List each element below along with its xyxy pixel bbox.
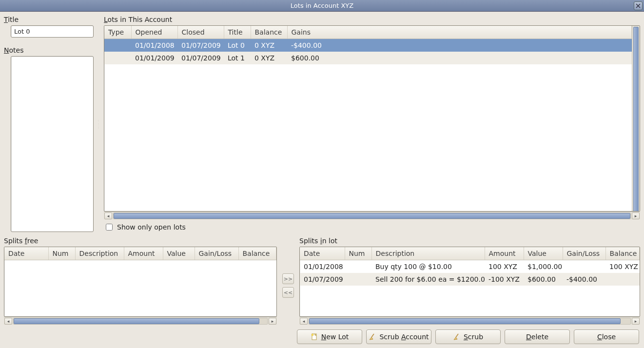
lots-label: Lots in This Account xyxy=(104,16,640,23)
svg-line-3 xyxy=(456,334,458,337)
lots-col-balance[interactable]: Balance xyxy=(251,26,287,39)
window-close-button[interactable] xyxy=(634,1,643,10)
window-title: Lots in Account XYZ xyxy=(291,2,353,9)
table-row[interactable]: 01/07/2009 Sell 200 for $6.00 ea = $1200… xyxy=(300,273,640,286)
scrub-account-button[interactable]: Scrub Account xyxy=(366,329,431,344)
svg-point-1 xyxy=(312,334,313,336)
table-row[interactable]: 01/01/2008 01/07/2009 Lot 0 0 XYZ -$400.… xyxy=(104,39,632,52)
splits-in-lot-col-desc[interactable]: Description xyxy=(371,247,485,260)
splits-in-lot-label: Splits in lot xyxy=(299,237,640,245)
scroll-left-arrow[interactable]: ◂ xyxy=(4,318,12,325)
splits-in-lot-col-num[interactable]: Num xyxy=(345,247,371,260)
scroll-right-arrow[interactable]: ▸ xyxy=(632,318,640,325)
splits-in-lot-col-date[interactable]: Date xyxy=(300,247,345,260)
broom-icon xyxy=(453,333,461,341)
close-button[interactable]: Close xyxy=(574,329,639,344)
scrub-button[interactable]: Scrub xyxy=(435,329,501,344)
titlebar: Lots in Account XYZ xyxy=(0,0,644,12)
show-only-open-checkbox[interactable] xyxy=(106,224,113,231)
scroll-left-arrow[interactable]: ◂ xyxy=(104,213,112,219)
table-row[interactable]: 01/01/2009 01/07/2009 Lot 1 0 XYZ $600.0… xyxy=(104,52,632,64)
splits-free-col-num[interactable]: Num xyxy=(48,247,75,260)
lots-col-closed[interactable]: Closed xyxy=(177,26,224,39)
splits-free-col-date[interactable]: Date xyxy=(4,247,48,260)
splits-free-col-balance[interactable]: Balance xyxy=(238,247,276,260)
splits-in-lot-col-value[interactable]: Value xyxy=(524,247,563,260)
splits-in-lot-col-gainloss[interactable]: Gain/Loss xyxy=(563,247,605,260)
new-lot-rest: ew Lot xyxy=(326,333,349,341)
splits-free-header-row: Date Num Description Amount Value Gain/L… xyxy=(4,247,276,260)
lots-header-row: Type Opened Closed Title Balance Gains xyxy=(104,26,632,39)
splits-in-lot-table[interactable]: Date Num Description Amount Value Gain/L… xyxy=(300,247,640,286)
scroll-left-arrow[interactable]: ◂ xyxy=(300,318,308,325)
splits-free-col-gainloss[interactable]: Gain/Loss xyxy=(195,247,238,260)
scroll-right-arrow[interactable]: ▸ xyxy=(269,318,276,325)
splits-in-lot-header-row: Date Num Description Amount Value Gain/L… xyxy=(300,247,640,260)
move-to-free-button[interactable]: << xyxy=(282,287,294,298)
new-file-icon xyxy=(311,333,318,341)
scrub-account-rest: ccount xyxy=(406,333,429,341)
delete-button[interactable]: Delete xyxy=(505,329,570,344)
title-input[interactable] xyxy=(11,25,94,38)
lots-col-title[interactable]: Title xyxy=(224,26,251,39)
notes-textarea[interactable] xyxy=(11,56,94,232)
splits-free-table[interactable]: Date Num Description Amount Value Gain/L… xyxy=(4,247,276,260)
title-label: Title xyxy=(4,16,94,23)
table-row[interactable]: 01/01/2008 Buy qty 100 @ $10.00 100 XYZ … xyxy=(300,260,640,273)
lots-horizontal-scrollbar[interactable]: ◂ ▸ xyxy=(104,212,640,219)
lots-col-type[interactable]: Type xyxy=(104,26,131,39)
close-icon xyxy=(636,3,641,8)
notes-label: Notes xyxy=(4,46,94,54)
splits-in-lot-horizontal-scrollbar[interactable]: ◂ ▸ xyxy=(299,317,640,325)
splits-free-label: Splits free xyxy=(4,237,277,245)
lots-col-gains[interactable]: Gains xyxy=(287,26,632,39)
splits-free-col-value[interactable]: Value xyxy=(163,247,195,260)
move-to-lot-button[interactable]: >> xyxy=(282,273,294,284)
splits-in-lot-col-amount[interactable]: Amount xyxy=(485,247,524,260)
delete-rest: elete xyxy=(531,333,548,341)
scrub-rest: crub xyxy=(468,333,483,341)
new-lot-button[interactable]: New Lot xyxy=(297,329,362,344)
lots-vertical-scrollbar[interactable] xyxy=(632,26,640,211)
broom-icon xyxy=(369,333,376,341)
splits-in-lot-col-balance[interactable]: Balance xyxy=(605,247,640,260)
splits-free-col-desc[interactable]: Description xyxy=(75,247,124,260)
splits-free-col-amount[interactable]: Amount xyxy=(124,247,163,260)
splits-free-horizontal-scrollbar[interactable]: ◂ ▸ xyxy=(4,317,277,325)
scroll-right-arrow[interactable]: ▸ xyxy=(632,213,640,219)
vertical-splitter[interactable]: ⋮⋮⋮ xyxy=(98,16,100,232)
lots-table[interactable]: Type Opened Closed Title Balance Gains xyxy=(104,26,632,64)
lots-col-opened[interactable]: Opened xyxy=(131,26,177,39)
close-rest: lose xyxy=(602,333,616,341)
show-only-open-label: Show only open lots xyxy=(117,223,186,231)
svg-line-2 xyxy=(371,334,374,337)
